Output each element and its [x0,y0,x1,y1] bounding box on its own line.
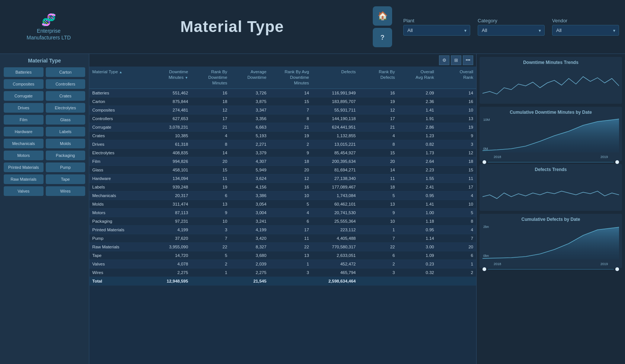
help-button[interactable]: ? [373,28,392,47]
col-header-rank-avg[interactable]: Rank By AvgDowntimeMinutes [269,67,312,88]
sidebar-btn-corrugate[interactable]: Corrugate [4,91,44,101]
table-row[interactable]: Motors 87,113 9 3,004 4 20,741,530 9 1.0… [89,208,476,217]
sidebar-btn-mechanicals[interactable]: Mechanicals [4,139,44,148]
col-header-rank-down[interactable]: Rank ByDowntimeMinutes [191,67,230,88]
col-header-avg-down[interactable]: AverageDowntime [230,67,269,88]
cell-avg-down: 3,347 [230,106,269,114]
table-row[interactable]: Molds 311,474 13 3,054 5 60,462,101 13 1… [89,200,476,208]
category-select[interactable]: All [478,25,545,36]
cell-rank-def: 1 [359,225,398,234]
cell-rank-def: 6 [359,251,398,260]
cell-overall-rank: 9 [437,131,476,140]
sidebar-btn-drives[interactable]: Drives [4,103,44,113]
downtime-trends-title: Downtime Minutes Trends [483,60,619,65]
col-header-rank-def[interactable]: Rank ByDefects [359,67,398,88]
cell-rank-down: 1 [191,268,230,277]
sidebar-btn-batteries[interactable]: Batteries [4,67,44,77]
sidebar-btn-motors[interactable]: Motors [4,151,44,160]
table-row[interactable]: Composites 274,481 12 3,347 7 55,931,711… [89,106,476,114]
sidebar-btn-packaging[interactable]: Packaging [46,151,86,160]
cumulative-defects-slider[interactable] [483,267,619,271]
sidebar-btn-valves[interactable]: Valves [4,186,44,196]
logo-dna-icon: 🧬 [41,13,56,27]
sidebar-title: Material Type [4,58,85,64]
plant-select[interactable]: All [403,25,470,36]
col-header-overall-avg[interactable]: OverallAvg Rank [398,67,437,88]
sidebar-btn-labels[interactable]: Labels [46,127,86,136]
svg-marker-1 [483,227,619,260]
table-row[interactable]: Glass 458,101 15 5,949 20 81,694,271 14 … [89,165,476,174]
cell-downtime: 87,113 [152,208,191,217]
sidebar-btn-carton[interactable]: Carton [46,67,86,77]
cell-rank-avg: 16 [269,183,312,191]
cell-rank-def: 15 [359,148,398,157]
table-row[interactable]: Wires 2,275 1 2,275 3 465,794 3 0.32 2 [89,268,476,277]
cell-defects: 25,555,364 [312,217,359,225]
filter-toolbar-btn[interactable]: ⚙ [439,55,449,65]
sidebar-btn-wires[interactable]: Wires [46,186,86,196]
cell-defects: 4,405,488 [312,234,359,242]
table-row[interactable]: Raw Materials 3,955,090 22 8,327 22 770,… [89,242,476,251]
sidebar-btn-pump[interactable]: Pump [46,162,86,172]
cell-overall-avg: 1.14 [398,234,437,242]
cell-rank-avg: 15 [269,97,312,106]
cell-defects: 13,015,221 [312,140,359,148]
sidebar-btn-composites[interactable]: Composites [4,79,44,89]
sidebar-btn-raw-materials[interactable]: Raw Materials [4,174,44,184]
cell-overall-avg: 0.23 [398,260,437,268]
cell-rank-def: 18 [359,183,398,191]
col-header-downtime[interactable]: DowntimeMinutes ▼ [152,67,191,88]
cell-defects: 81,694,271 [312,165,359,174]
table-row[interactable]: Batteries 551,462 16 3,726 14 116,991,94… [89,88,476,97]
cell-overall-rank: 10 [437,106,476,114]
sidebar-btn-electrolytes[interactable]: Electrolytes [46,103,86,113]
category-select-wrapper: All [478,25,545,36]
total-overall-rank [437,277,476,285]
table-row[interactable]: Hardware 134,094 11 3,624 12 27,138,340 … [89,174,476,183]
cell-defects: 85,454,927 [312,148,359,157]
filters-area: Plant All Category All Vendor All [403,18,619,36]
sidebar-btn-crates[interactable]: Crates [46,91,86,101]
cumulative-downtime-chart: 10M 0M 2018 2019 [483,117,619,158]
cell-overall-rank: 10 [437,200,476,208]
sidebar-btn-film[interactable]: Film [4,115,44,125]
table-row[interactable]: Film 994,826 20 4,307 18 200,395,634 20 … [89,157,476,165]
table-row[interactable]: Printed Materials 4,199 3 4,199 17 223,1… [89,225,476,234]
table-row[interactable]: Mechanicals 20,317 6 3,386 10 1,743,084 … [89,191,476,200]
cell-overall-rank: 6 [437,251,476,260]
more-toolbar-btn[interactable]: ••• [463,55,473,65]
col-header-material[interactable]: Material Type ▲ [89,67,152,88]
table-row[interactable]: Pump 37,620 7 3,420 11 4,405,488 7 1.14 … [89,234,476,242]
table-row[interactable]: Labels 939,248 19 4,156 16 177,089,467 1… [89,183,476,191]
cell-rank-avg: 19 [269,131,312,140]
table-row[interactable]: Packaging 97,231 10 3,241 6 25,555,364 1… [89,217,476,225]
table-row[interactable]: Controllers 627,653 17 3,356 8 144,190,1… [89,114,476,123]
cell-defects: 177,089,467 [312,183,359,191]
sidebar-btn-molds[interactable]: Molds [46,139,86,148]
cell-overall-rank: 18 [437,157,476,165]
cell-overall-avg: 0.95 [398,225,437,234]
col-header-overall-rank[interactable]: OverallRank [437,67,476,88]
table-row[interactable]: Carton 875,844 18 3,875 15 183,895,707 1… [89,97,476,106]
cumulative-downtime-slider[interactable] [483,160,619,164]
table-row[interactable]: Electrolytes 408,835 14 3,379 9 85,454,9… [89,148,476,157]
table-row[interactable]: Corrugate 3,078,231 21 6,663 21 624,441,… [89,123,476,131]
table-row[interactable]: Valves 4,078 2 2,039 1 452,472 2 0.23 1 [89,260,476,268]
sidebar-btn-tape[interactable]: Tape [46,174,86,184]
table-row[interactable]: Drives 61,318 8 2,271 2 13,015,221 8 0.8… [89,140,476,148]
vendor-select[interactable]: All [552,25,619,36]
cell-material: Mechanicals [89,191,152,200]
home-button[interactable]: 🏠 [373,6,392,26]
cell-rank-avg: 2 [269,140,312,148]
table-row[interactable]: Crates 10,385 4 5,193 19 1,132,855 4 1.2… [89,131,476,140]
table-row[interactable]: Tape 14,720 5 3,680 13 2,633,051 6 1.09 … [89,251,476,260]
sidebar-btn-controllers[interactable]: Controllers [46,79,86,89]
downtime-trends-chart [483,67,619,101]
sidebar-btn-glass[interactable]: Glass [46,115,86,125]
col-header-defects[interactable]: Defects [312,67,359,88]
cell-overall-avg: 1.55 [398,174,437,183]
sidebar-btn-printed-materials[interactable]: Printed Materials [4,162,44,172]
sidebar-btn-hardware[interactable]: Hardware [4,127,44,136]
grid-toolbar-btn[interactable]: ⊞ [451,55,461,65]
cell-downtime: 97,231 [152,217,191,225]
